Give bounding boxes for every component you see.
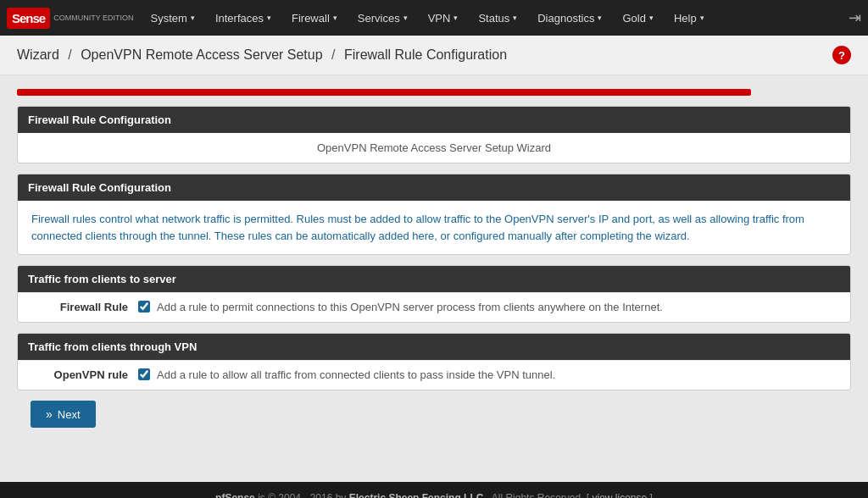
next-icon: » — [46, 407, 53, 421]
breadcrumb-sep-1: / — [68, 47, 71, 62]
help-icon[interactable]: ? — [832, 46, 851, 64]
nav-item-interfaces[interactable]: Interfaces ▾ — [205, 0, 281, 36]
logo-sub: COMMUNITY EDITION — [53, 14, 133, 22]
panel-title-body: OpenVPN Remote Access Server Setup Wizar… — [18, 133, 850, 163]
panel-clients-through-vpn: Traffic from clients through VPN OpenVPN… — [17, 333, 851, 390]
logo-text: Sense — [12, 11, 45, 25]
footer: pfSense is © 2004 - 2016 by Electric She… — [0, 482, 868, 498]
openvpn-rule-label: OpenVPN rule — [28, 368, 138, 381]
openvpn-rule-row: OpenVPN rule Add a rule to allow all tra… — [18, 360, 850, 390]
chevron-down-icon: ▾ — [513, 14, 517, 22]
openvpn-rule-checkbox[interactable] — [138, 368, 150, 380]
chevron-down-icon: ▾ — [403, 14, 408, 22]
panel-clients-to-server: Traffic from clients to server Firewall … — [17, 265, 851, 323]
chevron-down-icon: ▾ — [333, 14, 337, 22]
panel-clients-through-vpn-heading: Traffic from clients through VPN — [18, 334, 850, 360]
panel-description-body: Firewall rules control what network traf… — [18, 201, 850, 254]
nav-item-services[interactable]: Services ▾ — [348, 0, 418, 36]
panel-title: Firewall Rule Configuration OpenVPN Remo… — [17, 106, 851, 163]
panel-clients-to-server-heading: Traffic from clients to server — [18, 266, 850, 292]
footer-text: pfSense is © 2004 - 2016 by Electric She… — [215, 492, 653, 498]
breadcrumb-setup[interactable]: OpenVPN Remote Access Server Setup — [81, 47, 322, 62]
panel-title-heading: Firewall Rule Configuration — [18, 107, 850, 133]
openvpn-rule-control: Add a rule to allow all traffic from con… — [138, 368, 840, 383]
panel-description: Firewall Rule Configuration Firewall rul… — [17, 174, 851, 255]
footer-brand: pfSense — [215, 492, 255, 498]
chevron-down-icon: ▾ — [453, 14, 458, 22]
logo-box: Sense — [7, 8, 50, 29]
next-label: Next — [58, 408, 81, 421]
nav-item-help[interactable]: Help ▾ — [664, 0, 715, 36]
firewall-rule-control: Add a rule to permit connections to this… — [138, 300, 840, 315]
firewall-rule-row: Firewall Rule Add a rule to permit conne… — [18, 292, 850, 322]
logout-icon[interactable]: ⇥ — [849, 8, 861, 27]
firewall-rule-label: Firewall Rule — [28, 300, 138, 313]
firewall-rule-checkbox[interactable] — [138, 301, 150, 313]
footer-license-link[interactable]: view license — [593, 492, 648, 498]
chevron-down-icon: ▾ — [267, 14, 271, 22]
nav-items: System ▾ Interfaces ▾ Firewall ▾ Service… — [141, 0, 849, 36]
nav-item-status[interactable]: Status ▾ — [468, 0, 527, 36]
logo: Sense COMMUNITY EDITION — [7, 8, 134, 29]
next-button[interactable]: » Next — [31, 401, 96, 428]
chevron-down-icon: ▾ — [649, 14, 654, 22]
breadcrumb-current: Firewall Rule Configuration — [344, 47, 507, 62]
breadcrumb: Wizard / OpenVPN Remote Access Server Se… — [0, 36, 868, 75]
main-nav: Sense COMMUNITY EDITION System ▾ Interfa… — [0, 0, 868, 36]
nav-item-firewall[interactable]: Firewall ▾ — [281, 0, 348, 36]
footer-company: Electric Sheep Fencing LLC — [349, 492, 484, 498]
openvpn-rule-help: Add a rule to allow all traffic from con… — [157, 368, 555, 383]
nav-item-system[interactable]: System ▾ — [141, 0, 205, 36]
breadcrumb-sep-2: / — [331, 47, 335, 62]
chevron-down-icon: ▾ — [598, 14, 602, 22]
breadcrumb-wizard[interactable]: Wizard — [17, 47, 59, 62]
progress-bar — [17, 89, 751, 96]
chevron-down-icon: ▾ — [700, 14, 704, 22]
chevron-down-icon: ▾ — [191, 14, 195, 22]
main-content: Firewall Rule Configuration OpenVPN Remo… — [0, 75, 868, 482]
nav-item-diagnostics[interactable]: Diagnostics ▾ — [527, 0, 612, 36]
panel-description-heading: Firewall Rule Configuration — [18, 174, 850, 201]
nav-item-gold[interactable]: Gold ▾ — [612, 0, 663, 36]
firewall-rule-help: Add a rule to permit connections to this… — [157, 300, 663, 315]
nav-item-vpn[interactable]: VPN ▾ — [418, 0, 469, 36]
